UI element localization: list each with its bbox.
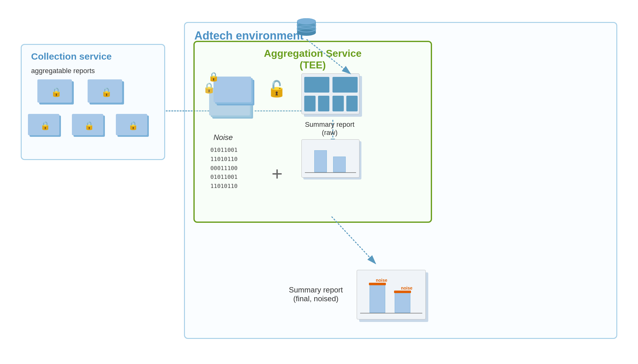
- doc-locked-1: 🔒: [37, 79, 75, 104]
- noise-label: Noise: [214, 133, 233, 142]
- svg-point-5: [297, 18, 316, 24]
- summary-raw-label: Summary report (raw): [298, 120, 361, 137]
- doc-locked-4: 🔒: [72, 114, 106, 137]
- diagram-container: Adtech environment Collection service ag…: [11, 13, 627, 351]
- doc-locked-3: 🔒: [28, 114, 62, 137]
- database-icon: [294, 16, 319, 42]
- svg-point-4: [297, 29, 316, 36]
- svg-line-11: [332, 217, 376, 264]
- svg-line-9: [306, 39, 350, 74]
- plus-sign: +: [272, 164, 283, 183]
- arrow-db-to-agg: [294, 39, 388, 96]
- collection-service-sublabel: aggregatable reports: [31, 67, 95, 75]
- final-report-label: Summary report (final, noised): [281, 286, 350, 303]
- collection-service-label: Collection service: [31, 51, 112, 62]
- noise-binary: 0101100111010110000111000101100111010110: [210, 146, 238, 191]
- collection-service-box: Collection service aggregatable reports …: [21, 44, 165, 160]
- adtech-env-label: Adtech environment: [194, 29, 304, 42]
- doc-locked-2: 🔒: [88, 79, 125, 104]
- noise-label-bar2: noise: [401, 286, 413, 291]
- doc-locked-5: 🔒: [116, 114, 150, 137]
- unlock-icon: 🔓: [267, 80, 286, 98]
- summary-raw-chart: [301, 139, 364, 180]
- noise-label-bar1: noise: [376, 278, 387, 283]
- final-report-page: noise noise: [357, 270, 432, 323]
